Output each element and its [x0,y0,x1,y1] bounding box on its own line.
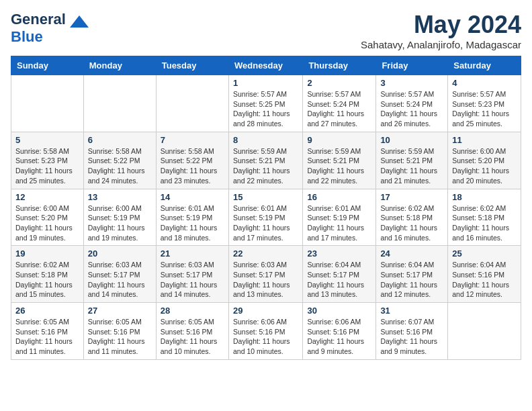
weekday-header-thursday: Thursday [303,56,376,75]
day-info: Sunrise: 6:05 AM Sunset: 5:16 PM Dayligh… [161,317,224,357]
day-number: 9 [307,135,371,145]
day-number: 18 [452,192,517,202]
calendar-cell [11,75,84,132]
calendar-cell: 20Sunrise: 6:03 AM Sunset: 5:17 PM Dayli… [83,246,156,303]
day-info: Sunrise: 6:04 AM Sunset: 5:17 PM Dayligh… [380,260,443,300]
week-row-1: 1Sunrise: 5:57 AM Sunset: 5:25 PM Daylig… [11,75,521,132]
calendar-header: SundayMondayTuesdayWednesdayThursdayFrid… [11,56,521,75]
day-number: 4 [452,78,517,88]
logo-area: General Blue [11,11,89,46]
day-info: Sunrise: 5:57 AM Sunset: 5:24 PM Dayligh… [307,89,371,129]
day-number: 13 [88,192,152,202]
day-info: Sunrise: 6:00 AM Sunset: 5:20 PM Dayligh… [15,203,79,243]
calendar-cell: 28Sunrise: 6:05 AM Sunset: 5:16 PM Dayli… [156,303,228,360]
day-info: Sunrise: 5:57 AM Sunset: 5:24 PM Dayligh… [380,89,443,129]
day-number: 19 [15,248,79,259]
calendar-cell: 15Sunrise: 6:01 AM Sunset: 5:19 PM Dayli… [228,189,302,246]
calendar-cell: 5Sunrise: 5:58 AM Sunset: 5:23 PM Daylig… [11,132,84,189]
day-info: Sunrise: 6:01 AM Sunset: 5:19 PM Dayligh… [233,203,298,243]
calendar-cell: 17Sunrise: 6:02 AM Sunset: 5:18 PM Dayli… [376,189,448,246]
day-info: Sunrise: 5:59 AM Sunset: 5:21 PM Dayligh… [380,146,443,186]
weekday-header-saturday: Saturday [448,56,521,75]
calendar-cell: 9Sunrise: 5:59 AM Sunset: 5:21 PM Daylig… [303,132,376,189]
calendar-cell: 19Sunrise: 6:02 AM Sunset: 5:18 PM Dayli… [11,246,84,303]
calendar-cell: 18Sunrise: 6:02 AM Sunset: 5:18 PM Dayli… [448,189,521,246]
calendar-cell: 23Sunrise: 6:04 AM Sunset: 5:17 PM Dayli… [303,246,376,303]
calendar-cell: 11Sunrise: 6:00 AM Sunset: 5:20 PM Dayli… [448,132,521,189]
calendar-cell: 25Sunrise: 6:04 AM Sunset: 5:16 PM Dayli… [448,246,521,303]
day-info: Sunrise: 6:03 AM Sunset: 5:17 PM Dayligh… [233,260,298,300]
calendar-cell: 4Sunrise: 5:57 AM Sunset: 5:23 PM Daylig… [448,75,521,132]
day-number: 2 [307,78,371,88]
day-number: 24 [380,248,443,259]
day-info: Sunrise: 5:58 AM Sunset: 5:22 PM Dayligh… [88,146,152,186]
day-info: Sunrise: 5:59 AM Sunset: 5:21 PM Dayligh… [233,146,298,186]
calendar-cell: 7Sunrise: 5:58 AM Sunset: 5:22 PM Daylig… [156,132,228,189]
day-number: 7 [161,135,224,145]
day-info: Sunrise: 5:59 AM Sunset: 5:21 PM Dayligh… [307,146,371,186]
calendar-cell [448,303,521,360]
svg-marker-0 [70,15,89,28]
day-info: Sunrise: 6:03 AM Sunset: 5:17 PM Dayligh… [161,260,224,300]
calendar-cell: 27Sunrise: 6:05 AM Sunset: 5:16 PM Dayli… [83,303,156,360]
week-row-2: 5Sunrise: 5:58 AM Sunset: 5:23 PM Daylig… [11,132,521,189]
day-number: 12 [15,192,79,202]
day-number: 5 [15,135,79,145]
day-info: Sunrise: 6:01 AM Sunset: 5:19 PM Dayligh… [161,203,224,243]
calendar-cell: 30Sunrise: 6:06 AM Sunset: 5:16 PM Dayli… [303,303,376,360]
day-info: Sunrise: 6:04 AM Sunset: 5:17 PM Dayligh… [307,260,371,300]
calendar-cell: 12Sunrise: 6:00 AM Sunset: 5:20 PM Dayli… [11,189,84,246]
day-info: Sunrise: 5:58 AM Sunset: 5:23 PM Dayligh… [15,146,79,186]
day-number: 25 [452,248,517,259]
weekday-header-sunday: Sunday [11,56,84,75]
day-number: 26 [15,306,79,316]
day-info: Sunrise: 5:58 AM Sunset: 5:22 PM Dayligh… [161,146,224,186]
logo-general: General [11,11,66,28]
day-info: Sunrise: 5:57 AM Sunset: 5:25 PM Dayligh… [233,89,298,129]
day-info: Sunrise: 6:02 AM Sunset: 5:18 PM Dayligh… [452,203,517,243]
day-info: Sunrise: 6:03 AM Sunset: 5:17 PM Dayligh… [88,260,152,300]
day-number: 14 [161,192,224,202]
location-title: Sahatavy, Analanjirofo, Madagascar [361,39,521,50]
day-number: 21 [161,248,224,259]
day-info: Sunrise: 6:01 AM Sunset: 5:19 PM Dayligh… [307,203,371,243]
week-row-4: 19Sunrise: 6:02 AM Sunset: 5:18 PM Dayli… [11,246,521,303]
day-info: Sunrise: 6:02 AM Sunset: 5:18 PM Dayligh… [15,260,79,300]
calendar-cell [83,75,156,132]
day-info: Sunrise: 6:04 AM Sunset: 5:16 PM Dayligh… [452,260,517,300]
day-number: 27 [88,306,152,316]
calendar-cell: 6Sunrise: 5:58 AM Sunset: 5:22 PM Daylig… [83,132,156,189]
calendar-cell: 13Sunrise: 6:00 AM Sunset: 5:19 PM Dayli… [83,189,156,246]
day-number: 10 [380,135,443,145]
day-info: Sunrise: 6:06 AM Sunset: 5:16 PM Dayligh… [307,317,371,357]
calendar-cell: 22Sunrise: 6:03 AM Sunset: 5:17 PM Dayli… [228,246,302,303]
calendar-table: SundayMondayTuesdayWednesdayThursdayFrid… [11,56,521,360]
day-number: 29 [233,306,298,316]
day-number: 20 [88,248,152,259]
day-info: Sunrise: 6:06 AM Sunset: 5:16 PM Dayligh… [233,317,298,357]
week-row-3: 12Sunrise: 6:00 AM Sunset: 5:20 PM Dayli… [11,189,521,246]
weekday-header-friday: Friday [376,56,448,75]
calendar-body: 1Sunrise: 5:57 AM Sunset: 5:25 PM Daylig… [11,75,521,360]
month-title: May 2024 [361,11,521,39]
calendar-cell: 26Sunrise: 6:05 AM Sunset: 5:16 PM Dayli… [11,303,84,360]
day-number: 8 [233,135,298,145]
day-number: 23 [307,248,371,259]
weekday-header-tuesday: Tuesday [156,56,228,75]
day-number: 17 [380,192,443,202]
day-info: Sunrise: 6:00 AM Sunset: 5:19 PM Dayligh… [88,203,152,243]
day-number: 22 [233,248,298,259]
day-info: Sunrise: 6:02 AM Sunset: 5:18 PM Dayligh… [380,203,443,243]
weekday-header-row: SundayMondayTuesdayWednesdayThursdayFrid… [11,56,521,75]
day-number: 28 [161,306,224,316]
logo-icon [70,15,89,28]
calendar-cell: 16Sunrise: 6:01 AM Sunset: 5:19 PM Dayli… [303,189,376,246]
day-info: Sunrise: 5:57 AM Sunset: 5:23 PM Dayligh… [452,89,517,129]
calendar-cell: 31Sunrise: 6:07 AM Sunset: 5:16 PM Dayli… [376,303,448,360]
calendar-cell: 21Sunrise: 6:03 AM Sunset: 5:17 PM Dayli… [156,246,228,303]
day-number: 30 [307,306,371,316]
logo-blue: Blue [11,28,43,45]
day-number: 16 [307,192,371,202]
day-info: Sunrise: 6:00 AM Sunset: 5:20 PM Dayligh… [452,146,517,186]
day-number: 31 [380,306,443,316]
